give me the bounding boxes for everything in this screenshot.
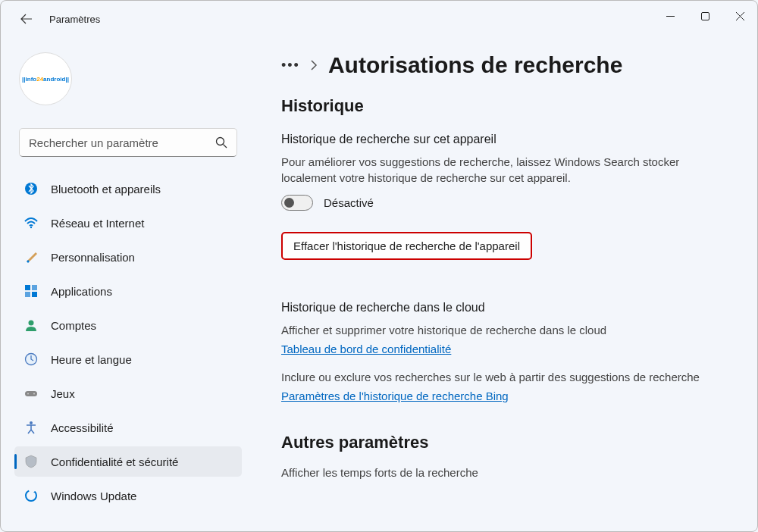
history-toggle[interactable] — [281, 195, 313, 211]
svg-point-3 — [30, 227, 32, 228]
svg-point-12 — [33, 393, 35, 395]
svg-rect-6 — [25, 292, 30, 297]
update-icon — [23, 488, 39, 503]
sidebar-item-label: Comptes — [51, 319, 96, 332]
sidebar-item-label: Applications — [51, 285, 112, 298]
close-icon — [736, 12, 744, 20]
other-desc: Afficher les temps forts de la recherche — [281, 465, 727, 480]
search-icon — [215, 136, 227, 149]
svg-rect-7 — [32, 292, 37, 297]
arrow-left-icon — [20, 13, 33, 25]
clear-history-button[interactable]: Effacer l'historique de recherche de l'a… — [281, 232, 532, 260]
svg-rect-10 — [25, 391, 37, 396]
sidebar-item-label: Bluetooth et appareils — [51, 183, 161, 196]
cloud-history-desc2: Inclure ou exclure vos recherches sur le… — [281, 369, 727, 385]
svg-rect-5 — [32, 285, 37, 290]
sidebar-item-label: Windows Update — [51, 490, 136, 502]
search-input[interactable] — [29, 136, 215, 149]
main-content: ••• Autorisations de recherche Historiqu… — [251, 37, 757, 531]
svg-point-11 — [27, 393, 29, 395]
privacy-dashboard-link[interactable]: Tableau de bord de confidentialité — [281, 343, 451, 355]
sidebar-item-label: Réseau et Internet — [51, 217, 144, 230]
section-other-heading: Autres paramètres — [281, 433, 727, 452]
avatar[interactable]: ||info24android|| — [19, 52, 72, 105]
toggle-label: Désactivé — [324, 196, 374, 209]
back-button[interactable] — [14, 7, 39, 31]
maximize-button[interactable] — [688, 1, 722, 31]
sidebar-item-bluetooth[interactable]: Bluetooth et appareils — [14, 174, 242, 204]
sidebar-item-label: Jeux — [51, 387, 75, 400]
accessibility-icon — [23, 420, 39, 435]
sidebar-nav: Bluetooth et appareils Réseau et Interne… — [14, 174, 242, 531]
shield-icon — [23, 454, 39, 469]
avatar-logo: ||info24android|| — [22, 76, 69, 83]
svg-rect-0 — [701, 12, 709, 20]
svg-point-13 — [30, 421, 33, 424]
sidebar-item-gaming[interactable]: Jeux — [14, 378, 242, 408]
sidebar-item-accounts[interactable]: Comptes — [14, 310, 242, 340]
breadcrumb-ellipsis[interactable]: ••• — [281, 58, 300, 74]
sidebar-item-privacy[interactable]: Confidentialité et sécurité — [14, 446, 242, 477]
svg-point-8 — [29, 321, 34, 326]
clock-globe-icon — [23, 352, 39, 367]
minimize-icon — [666, 12, 675, 20]
sidebar-item-label: Personnalisation — [51, 251, 135, 264]
breadcrumb: ••• Autorisations de recherche — [281, 52, 727, 78]
window-controls — [653, 1, 757, 31]
maximize-icon — [701, 12, 709, 20]
device-history-desc: Pour améliorer vos suggestions de recher… — [281, 154, 727, 186]
chevron-right-icon — [311, 60, 318, 70]
cloud-history-desc1: Afficher et supprimer votre historique d… — [281, 322, 727, 338]
bluetooth-icon — [23, 181, 39, 196]
sidebar-item-accessibility[interactable]: Accessibilité — [14, 412, 242, 443]
wifi-icon — [23, 215, 39, 230]
sidebar-item-label: Confidentialité et sécurité — [51, 455, 178, 468]
device-history-title: Historique de recherche sur cet appareil — [281, 133, 727, 146]
apps-icon — [23, 283, 39, 299]
sidebar-item-personalization[interactable]: Personnalisation — [14, 242, 242, 272]
bing-history-settings-link[interactable]: Paramètres de l'historique de recherche … — [281, 390, 509, 402]
svg-rect-4 — [25, 285, 30, 290]
paintbrush-icon — [23, 249, 39, 264]
sidebar-item-label: Heure et langue — [51, 353, 132, 366]
sidebar-item-apps[interactable]: Applications — [14, 276, 242, 306]
gamepad-icon — [23, 386, 39, 401]
close-button[interactable] — [722, 1, 757, 31]
section-history-heading: Historique — [281, 96, 727, 116]
sidebar-item-label: Accessibilité — [51, 421, 114, 434]
titlebar: Paramètres — [1, 1, 757, 37]
cloud-history-title: Historique de recherche dans le cloud — [281, 301, 727, 315]
svg-point-1 — [217, 138, 224, 146]
page-title: Autorisations de recherche — [328, 52, 622, 78]
sidebar-item-network[interactable]: Réseau et Internet — [14, 208, 242, 238]
toggle-knob — [284, 198, 294, 208]
sidebar-item-windows-update[interactable]: Windows Update — [14, 480, 242, 511]
sidebar: ||info24android|| Bluetooth et appareils… — [1, 37, 251, 531]
minimize-button[interactable] — [653, 1, 688, 31]
search-box[interactable] — [19, 128, 237, 157]
person-icon — [23, 318, 39, 333]
sidebar-item-time-language[interactable]: Heure et langue — [14, 344, 242, 374]
app-title: Paramètres — [49, 14, 100, 25]
